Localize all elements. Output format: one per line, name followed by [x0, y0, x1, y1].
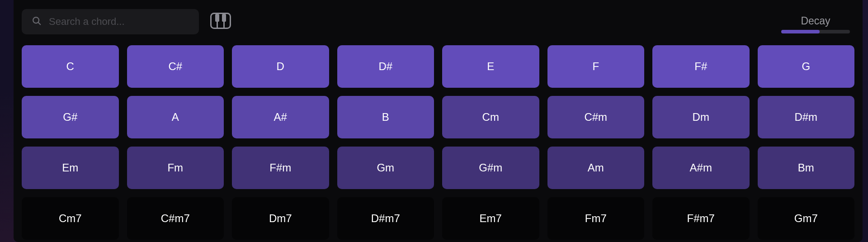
chord-button[interactable]: A#: [232, 96, 329, 138]
decay-slider-fill: [781, 30, 820, 33]
chord-button[interactable]: C#m7: [127, 197, 224, 240]
chord-label: C#m: [584, 111, 607, 123]
chord-label: C: [66, 60, 74, 73]
chord-label: F#m: [269, 161, 291, 174]
chord-label: Dm: [693, 111, 709, 123]
chord-button[interactable]: F#m7: [652, 197, 750, 240]
decay-control: Decay: [781, 15, 850, 33]
search-input[interactable]: [48, 15, 189, 28]
chord-button[interactable]: D#m7: [337, 197, 434, 240]
chord-label: D#m7: [371, 212, 400, 225]
search-icon: [32, 16, 42, 28]
chord-label: D#m: [794, 111, 817, 123]
chord-label: A: [172, 111, 179, 123]
chord-label: C#m7: [161, 212, 190, 225]
chord-button[interactable]: D#: [337, 45, 434, 88]
chord-button[interactable]: Fm: [127, 147, 224, 189]
chord-label: F#: [694, 60, 707, 73]
chord-button[interactable]: G#m: [442, 147, 539, 189]
chord-button[interactable]: A#m: [652, 147, 750, 189]
svg-rect-5: [215, 14, 219, 22]
chord-button[interactable]: Gm7: [758, 197, 855, 240]
chord-label: Gm: [377, 161, 394, 174]
chord-panel: Decay CC#DD#EFF#GG#AA#BCmC#mDmD#mEmFmF#m…: [14, 0, 863, 242]
chord-button[interactable]: Am: [547, 147, 645, 189]
chord-label: Em: [62, 161, 78, 174]
chord-label: G: [802, 60, 810, 73]
chord-button[interactable]: Gm: [337, 147, 434, 189]
chord-button[interactable]: Cm: [442, 96, 539, 138]
chord-label: Fm: [167, 161, 183, 174]
piano-icon: [210, 13, 231, 31]
chord-button[interactable]: Dm: [652, 96, 750, 138]
chord-button[interactable]: A: [127, 96, 224, 138]
chord-button[interactable]: G: [758, 45, 855, 88]
chord-label: Cm: [482, 111, 499, 123]
chord-button[interactable]: F: [547, 45, 645, 88]
chord-label: Fm7: [585, 212, 607, 225]
chord-button[interactable]: Em7: [442, 197, 539, 240]
chord-button[interactable]: Cm7: [22, 197, 119, 240]
chord-label: B: [382, 111, 389, 123]
chord-label: G#: [63, 111, 77, 123]
chord-button[interactable]: E: [442, 45, 539, 88]
chord-label: C#: [168, 60, 182, 73]
chord-label: G#m: [479, 161, 502, 174]
chord-label: Cm7: [59, 212, 82, 225]
chord-button[interactable]: D: [232, 45, 329, 88]
chord-button[interactable]: Dm7: [232, 197, 329, 240]
decay-label: Decay: [801, 15, 830, 27]
search-box[interactable]: [22, 9, 199, 34]
chord-button[interactable]: Em: [22, 147, 119, 189]
chord-button[interactable]: C#: [127, 45, 224, 88]
chord-label: A#: [274, 111, 287, 123]
chord-label: Gm7: [794, 212, 818, 225]
toolbar: Decay: [22, 9, 854, 34]
chord-button[interactable]: Bm: [758, 147, 855, 189]
chord-button[interactable]: F#m: [232, 147, 329, 189]
chord-label: F#m7: [687, 212, 715, 225]
chord-button[interactable]: F#: [652, 45, 750, 88]
chord-grid: CC#DD#EFF#GG#AA#BCmC#mDmD#mEmFmF#mGmG#mA…: [22, 45, 854, 240]
chord-button[interactable]: C#m: [547, 96, 645, 138]
svg-line-1: [38, 22, 40, 24]
chord-label: D#: [378, 60, 392, 73]
chord-label: Em7: [480, 212, 502, 225]
decay-slider[interactable]: [781, 30, 850, 33]
chord-label: A#m: [690, 161, 712, 174]
chord-label: E: [487, 60, 494, 73]
chord-label: Dm7: [269, 212, 292, 225]
svg-rect-6: [222, 14, 226, 22]
chord-label: Am: [588, 161, 604, 174]
piano-toggle-button[interactable]: [210, 12, 231, 32]
chord-button[interactable]: B: [337, 96, 434, 138]
chord-button[interactable]: G#: [22, 96, 119, 138]
chord-button[interactable]: D#m: [758, 96, 855, 138]
chord-label: F: [592, 60, 599, 73]
chord-button[interactable]: Fm7: [547, 197, 645, 240]
svg-rect-2: [211, 14, 231, 28]
chord-label: D: [277, 60, 284, 73]
chord-button[interactable]: C: [22, 45, 119, 88]
chord-label: Bm: [798, 161, 814, 174]
